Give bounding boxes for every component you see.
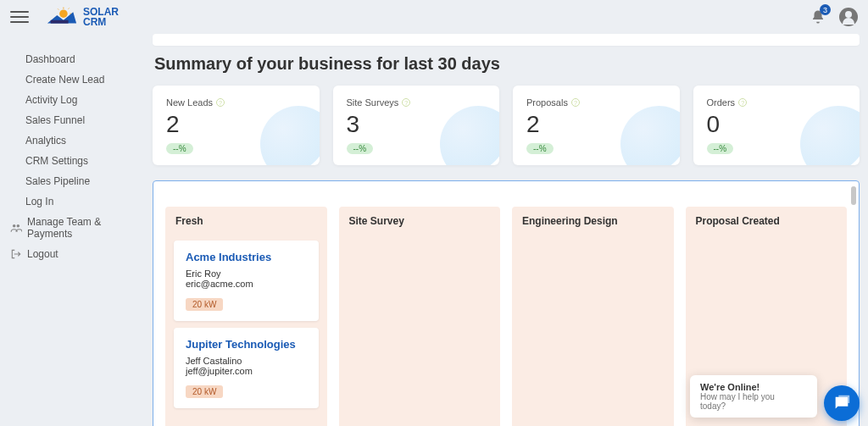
brand-logo[interactable]: SOLAR CRM <box>46 7 119 27</box>
sidebar-item-create-lead[interactable]: Create New Lead <box>7 69 137 90</box>
sidebar: Dashboard Create New Lead Activity Log S… <box>0 34 144 426</box>
notifications-bell-icon[interactable]: 3 <box>810 9 826 25</box>
sidebar-item-label: Analytics <box>25 135 66 147</box>
sidebar-item-login[interactable]: Log In <box>7 191 137 212</box>
lead-email: eric@acme.com <box>186 279 307 289</box>
sidebar-item-label: Logout <box>27 248 58 260</box>
svg-line-4 <box>58 9 58 10</box>
lead-email: jeff@jupiter.com <box>186 366 307 376</box>
brand-text-line2: CRM <box>83 17 119 27</box>
stat-label: Site Surveys ? <box>347 97 487 108</box>
lead-card[interactable]: Acme Industries Eric Roy eric@acme.com 2… <box>174 241 319 321</box>
info-icon[interactable]: ? <box>571 98 580 107</box>
lead-card[interactable]: Jupiter Technologies Jeff Castalino jeff… <box>174 328 319 408</box>
brand-text: SOLAR CRM <box>83 7 119 27</box>
stat-label: Proposals ? <box>526 97 666 108</box>
lead-contact: Eric Roy <box>186 268 307 279</box>
menu-toggle-icon[interactable] <box>10 8 29 26</box>
sidebar-item-logout[interactable]: Logout <box>7 244 137 264</box>
sidebar-item-analytics[interactable]: Analytics <box>7 130 137 151</box>
svg-line-3 <box>69 8 70 9</box>
sidebar-item-label: Sales Funnel <box>25 114 85 126</box>
lead-power-badge: 20 kW <box>186 385 223 398</box>
sidebar-item-label: Create New Lead <box>25 74 104 86</box>
lead-company[interactable]: Acme Industries <box>186 251 307 263</box>
sidebar-item-label: Sales Pipeline <box>25 175 90 187</box>
page-title: Summary of your business for last 30 day… <box>154 54 860 74</box>
team-icon <box>10 222 22 234</box>
chat-popup[interactable]: We're Online! How may I help you today? <box>690 375 817 418</box>
sidebar-item-sales-pipeline[interactable]: Sales Pipeline <box>7 171 137 191</box>
svg-point-0 <box>59 9 68 18</box>
main-content: Summary of your business for last 30 day… <box>144 34 868 426</box>
kanban-column-header: Fresh <box>165 207 327 234</box>
stat-card-new-leads: New Leads ? 2 --% <box>153 86 320 165</box>
chat-icon <box>832 394 851 412</box>
stat-card-site-surveys: Site Surveys ? 3 --% <box>333 86 500 165</box>
kanban-column-header: Engineering Design <box>512 207 674 234</box>
sidebar-item-label: Log In <box>25 196 53 207</box>
kanban-column-fresh: Fresh Acme Industries Eric Roy eric@acme… <box>165 207 327 426</box>
stat-value: 2 <box>526 111 666 138</box>
stat-change-pill: --% <box>526 143 554 154</box>
sidebar-item-sales-funnel[interactable]: Sales Funnel <box>7 110 137 130</box>
kanban-column-engineering: Engineering Design <box>512 207 674 426</box>
lead-contact: Jeff Castalino <box>186 356 307 366</box>
chat-fab-button[interactable] <box>824 385 860 421</box>
sidebar-item-crm-settings[interactable]: CRM Settings <box>7 151 137 171</box>
stat-card-proposals: Proposals ? 2 --% <box>513 86 680 165</box>
sidebar-item-label: Dashboard <box>25 53 75 65</box>
chat-title: We're Online! <box>700 382 798 392</box>
kanban-column-header: Site Survey <box>339 207 501 234</box>
stat-value: 3 <box>347 111 487 138</box>
info-icon[interactable]: ? <box>738 98 747 107</box>
sidebar-item-activity-log[interactable]: Activity Log <box>7 90 137 110</box>
kanban-column-site-survey: Site Survey <box>339 207 501 426</box>
sidebar-item-label: Activity Log <box>25 94 77 106</box>
sidebar-item-manage-team[interactable]: Manage Team & Payments <box>7 212 137 244</box>
info-icon[interactable]: ? <box>216 98 225 107</box>
content-header-strip <box>153 34 860 46</box>
logo-icon <box>46 7 78 27</box>
sidebar-item-label: CRM Settings <box>25 155 88 167</box>
svg-rect-5 <box>51 20 69 24</box>
kanban-column-header: Proposal Created <box>686 207 848 234</box>
scrollbar-thumb[interactable] <box>851 186 856 205</box>
stat-card-orders: Orders ? 0 --% <box>693 86 860 165</box>
lead-company[interactable]: Jupiter Technologies <box>186 338 307 351</box>
sidebar-item-dashboard[interactable]: Dashboard <box>7 49 137 69</box>
svg-point-6 <box>13 224 15 228</box>
topbar: SOLAR CRM 3 <box>0 0 868 34</box>
stat-label: New Leads ? <box>166 97 306 108</box>
stat-label: Orders ? <box>707 97 847 108</box>
stats-row: New Leads ? 2 --% Site Surveys ? 3 --% P… <box>153 86 860 165</box>
lead-power-badge: 20 kW <box>186 298 223 311</box>
stat-change-pill: --% <box>347 143 374 154</box>
svg-point-7 <box>17 224 19 228</box>
notifications-badge: 3 <box>820 4 831 15</box>
stat-change-pill: --% <box>166 143 193 154</box>
user-avatar-icon[interactable] <box>839 8 858 26</box>
chat-subtitle: How may I help you today? <box>700 392 798 411</box>
info-icon[interactable]: ? <box>402 98 410 107</box>
stat-value: 0 <box>707 111 847 138</box>
logout-icon <box>10 248 22 260</box>
stat-value: 2 <box>166 111 306 138</box>
stat-change-pill: --% <box>707 143 734 154</box>
sidebar-item-label: Manage Team & Payments <box>27 216 134 240</box>
